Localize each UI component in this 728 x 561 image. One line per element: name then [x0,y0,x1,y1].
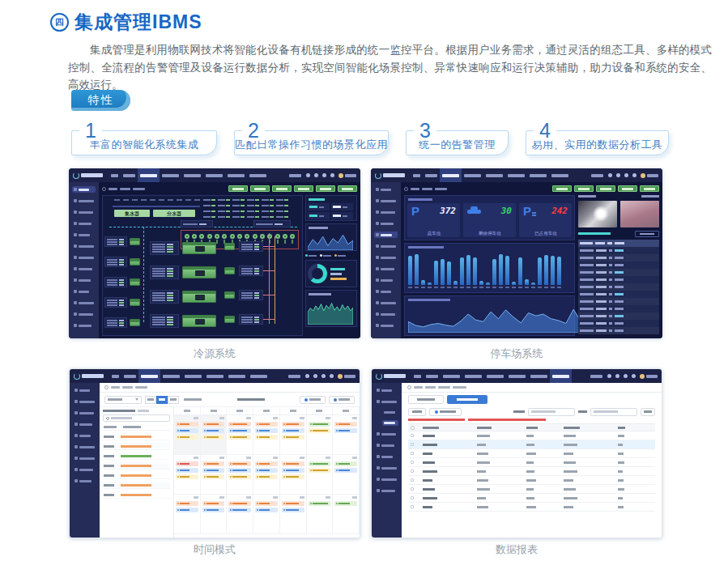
ui-fragment [551,174,568,177]
ui-fragment [183,316,215,318]
ui-fragment [615,435,641,437]
cooling-system-screenshot[interactable]: 集水器分水器 [69,168,360,338]
event-chip [309,422,331,427]
ui-fragment [420,453,475,455]
ui-fragment [184,174,201,177]
ui-fragment [286,503,299,504]
ui-fragment [381,433,396,436]
ui-fragment [152,297,177,299]
ui-fragment [176,461,198,479]
ui-fragment [305,254,308,257]
menu-item-icon [74,256,77,259]
ui-fragment [177,463,179,465]
table-row [578,291,659,298]
table-row [578,327,659,334]
calendar-day-cell [201,495,228,534]
ui-fragment [487,375,504,378]
ui-fragment [202,501,225,512]
ui-fragment [254,244,260,245]
ui-fragment [561,453,615,455]
event-chip [228,501,251,506]
ui-fragment [334,501,357,506]
tiny-text-span: 分水器 [167,211,181,216]
ui-fragment [203,205,215,206]
event-chip [334,428,357,433]
device-info-box [150,290,179,304]
ui-fragment [618,470,623,473]
sidebar-submenu-item [382,410,398,415]
ui-fragment [336,423,338,425]
ui-fragment [609,264,612,266]
ui-fragment [107,300,117,301]
equipment-icon [224,291,235,299]
nav-menu-item [109,168,121,182]
nav-menu-item [440,168,462,182]
ui-fragment [152,317,177,318]
ui-fragment [477,461,490,464]
ui-fragment [218,199,225,201]
ui-fragment [477,497,486,499]
ui-fragment [230,503,232,504]
ui-fragment [202,422,225,440]
ui-fragment [284,236,286,237]
ui-fragment [107,300,125,301]
data-report-screenshot[interactable] [371,368,662,538]
ui-fragment [609,278,612,281]
nav-menu-item [484,369,506,383]
ui-fragment [381,389,392,392]
ui-fragment [209,236,211,237]
equipment-icon [130,238,140,245]
ui-fragment [232,216,245,218]
ui-fragment [152,268,165,270]
ui-fragment [206,463,219,465]
ui-fragment [186,236,188,237]
ui-fragment [526,435,533,437]
avatar [338,173,343,178]
ui-fragment [111,174,118,177]
camera-feed-exit [620,201,659,227]
equipment-icon [130,299,140,306]
user-name [646,375,658,378]
ui-fragment [259,470,270,471]
cooling-figure: 集水器分水器 冷源系统 [69,168,360,368]
report-caption: 数据报表 [371,538,662,561]
ui-fragment [152,324,177,325]
ui-fragment [381,257,396,259]
ui-fragment [615,315,624,317]
time-mode-screenshot[interactable] [69,368,360,538]
ui-fragment [183,223,211,225]
ui-fragment [561,488,615,491]
ui-fragment [152,319,165,321]
ui-fragment [276,205,288,206]
event-chip [255,422,278,427]
calendar-weekday-header [174,407,360,415]
ui-fragment [79,313,93,316]
ui-fragment [336,463,338,465]
avatar [640,374,645,379]
bar [518,257,522,285]
ui-fragment [592,206,610,221]
chilled-water-riser [143,227,144,322]
schedule-row [103,482,170,489]
ui-fragment [596,322,607,325]
ui-fragment [486,287,490,288]
event-chip [176,428,198,433]
ui-fragment [79,480,92,482]
ui-fragment [263,295,275,295]
ui-fragment [130,259,139,261]
ui-fragment [420,479,475,482]
ui-fragment [334,254,346,257]
event-chip [228,435,251,440]
ui-fragment [313,503,328,504]
ui-fragment [241,268,253,270]
message-icon [624,374,628,378]
tiny-text: 剩余停车位 [467,230,512,236]
parking-system-screenshot[interactable]: P372总车位30剩余停车位P242已占用车位 [371,168,662,338]
control-button [618,185,637,192]
nav-menu-item [528,369,550,383]
message-icon [624,173,628,177]
day-number [326,496,330,499]
ui-fragment [124,375,136,378]
apps-icon [330,173,334,177]
menu-item-icon [74,188,77,191]
